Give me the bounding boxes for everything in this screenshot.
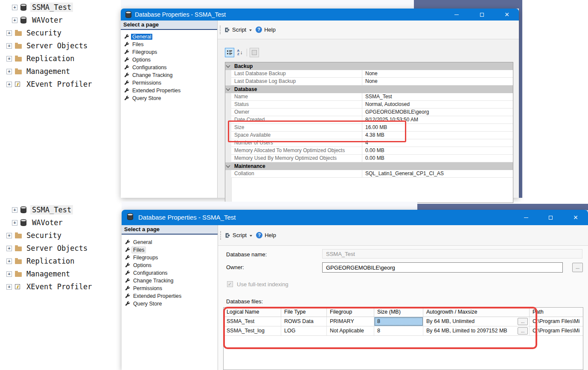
property-value[interactable]: None — [362, 78, 513, 85]
property-value[interactable]: 8/12/2025 10:53:50 AM — [362, 116, 513, 123]
expand-plus-icon[interactable]: + — [12, 18, 17, 23]
column-header-size-mb-[interactable]: Size (MB) — [374, 308, 423, 317]
script-button[interactable]: Script — [232, 26, 246, 33]
property-value[interactable]: 0.00 MB — [362, 155, 513, 162]
page-item-extended-properties[interactable]: Extended Properties — [121, 87, 217, 94]
collapse-chevron-icon[interactable] — [226, 164, 230, 168]
cell-autogrowth[interactable]: By 64 MB, Unlimited... — [423, 317, 530, 326]
page-item-change-tracking[interactable]: Change Tracking — [121, 71, 217, 79]
script-dropdown-caret-icon[interactable] — [250, 235, 252, 237]
cell-filegroup[interactable]: Not Applicable — [327, 326, 374, 335]
property-value[interactable]: 0.00 MB — [362, 147, 513, 154]
tree-item-label[interactable]: Server Objects — [25, 244, 89, 253]
collapse-chevron-icon[interactable] — [226, 87, 230, 91]
alphabetical-sort-button[interactable]: AZ↓ — [235, 48, 245, 57]
expand-plus-icon[interactable]: + — [6, 56, 12, 62]
expand-plus-icon[interactable]: + — [12, 5, 17, 10]
property-name[interactable]: Memory Allocated To Memory Optimized Obj… — [231, 147, 362, 154]
expand-plus-icon[interactable]: + — [6, 30, 12, 36]
property-name[interactable]: Status — [231, 101, 362, 108]
expand-plus-icon[interactable]: + — [6, 246, 12, 251]
tree-item-label[interactable]: Management — [25, 67, 72, 76]
property-value[interactable]: 4 — [362, 139, 513, 147]
page-item-change-tracking[interactable]: Change Tracking — [122, 277, 218, 285]
help-button[interactable]: Help — [265, 232, 276, 238]
maximize-button[interactable] — [474, 9, 489, 21]
help-button[interactable]: Help — [264, 26, 276, 33]
cell-file-type[interactable]: ROWS Data — [281, 317, 327, 326]
property-value[interactable]: GPGEORGEMOBILE\georg — [362, 109, 513, 116]
tree-item-label[interactable]: WAVoter — [30, 15, 64, 25]
tree-item-label[interactable]: Replication — [25, 54, 76, 63]
autogrowth-browse-button[interactable]: ... — [518, 318, 528, 325]
expand-plus-icon[interactable]: + — [6, 284, 12, 290]
minimize-button[interactable] — [519, 210, 533, 225]
page-item-filegroups[interactable]: Filegroups — [121, 48, 217, 56]
autogrowth-browse-button[interactable]: ... — [518, 327, 528, 335]
grid-category-backup[interactable]: Backup — [225, 62, 513, 70]
toolbar-grip-icon[interactable] — [220, 26, 221, 34]
property-name[interactable]: Owner — [231, 109, 362, 116]
collapse-chevron-icon[interactable] — [226, 64, 230, 68]
dialog-titlebar[interactable]: Database Properties - SSMA_Test — [122, 210, 588, 225]
cell-file-type[interactable]: LOG — [281, 326, 327, 335]
script-dropdown-caret-icon[interactable] — [249, 29, 252, 31]
expand-plus-icon[interactable]: + — [6, 43, 12, 49]
column-header-path[interactable]: Path — [530, 308, 583, 317]
tree-item-label[interactable]: Replication — [25, 256, 76, 266]
cell-size-mb[interactable]: 8 — [374, 317, 423, 326]
script-button[interactable]: Script — [233, 232, 247, 238]
property-name[interactable]: Name — [231, 93, 362, 100]
cell-path[interactable]: C:\Program Files\Mi — [530, 326, 583, 335]
tree-item-label[interactable]: Management — [25, 269, 72, 279]
close-button[interactable] — [568, 210, 583, 225]
page-item-permissions[interactable]: Permissions — [121, 79, 217, 87]
property-name[interactable]: Last Database Log Backup — [231, 78, 362, 85]
column-header-autogrowth-maxsize[interactable]: Autogrowth / Maxsize — [423, 308, 530, 317]
minimize-button[interactable] — [449, 9, 464, 21]
expand-plus-icon[interactable]: + — [12, 220, 17, 226]
tree-item-label[interactable]: XEvent Profiler — [25, 79, 94, 89]
page-item-files[interactable]: Files — [122, 246, 218, 254]
property-name[interactable]: Size — [231, 124, 362, 131]
page-item-filegroups[interactable]: Filegroups — [122, 254, 218, 261]
expand-plus-icon[interactable]: + — [6, 271, 12, 277]
page-item-extended-properties[interactable]: Extended Properties — [122, 292, 218, 300]
page-item-query-store[interactable]: Query Store — [122, 300, 218, 308]
page-item-configurations[interactable]: Configurations — [121, 64, 217, 71]
tree-item-label[interactable]: Server Objects — [25, 41, 89, 50]
owner-field[interactable]: GPGEORGEMOBILE\georg — [322, 262, 563, 273]
close-button[interactable] — [500, 9, 514, 21]
cell-logical-name[interactable]: SSMA_Test — [224, 317, 281, 326]
page-item-options[interactable]: Options — [121, 56, 217, 64]
tree-item-label[interactable]: XEvent Profiler — [25, 282, 94, 291]
page-item-general[interactable]: General — [122, 238, 218, 246]
expand-plus-icon[interactable]: + — [6, 82, 12, 87]
owner-browse-button[interactable]: ... — [572, 263, 583, 272]
cell-filegroup[interactable]: PRIMARY — [327, 317, 374, 326]
page-item-query-store[interactable]: Query Store — [121, 94, 217, 102]
categorized-view-button[interactable] — [225, 48, 234, 57]
cell-path[interactable]: C:\Program Files\Mi — [530, 317, 583, 326]
property-name[interactable]: Memory Used By Memory Optimized Objects — [231, 155, 362, 162]
page-item-permissions[interactable]: Permissions — [122, 285, 218, 292]
expand-plus-icon[interactable]: + — [6, 69, 12, 74]
property-name[interactable]: Number of Users — [231, 139, 362, 147]
tree-item-label[interactable]: SSMA_Test — [30, 205, 73, 214]
property-value[interactable]: Normal, Autoclosed — [362, 101, 513, 108]
tree-item-label[interactable]: WAVoter — [30, 218, 64, 227]
property-name[interactable]: Last Database Backup — [231, 70, 362, 77]
page-item-general[interactable]: General — [121, 33, 217, 41]
expand-plus-icon[interactable]: + — [6, 233, 12, 238]
property-value[interactable]: None — [362, 70, 513, 77]
property-value[interactable]: SSMA_Test — [362, 93, 513, 100]
cell-size-mb[interactable]: 8 — [374, 326, 423, 335]
cell-logical-name[interactable]: SSMA_Test_log — [224, 326, 281, 335]
maximize-button[interactable] — [543, 210, 558, 225]
property-value[interactable]: 4.38 MB — [362, 132, 513, 139]
column-header-logical-name[interactable]: Logical Name — [224, 308, 281, 317]
property-name[interactable]: Collation — [231, 170, 362, 177]
cell-autogrowth[interactable]: By 64 MB, Limited to 2097152 MB... — [423, 326, 530, 335]
page-item-configurations[interactable]: Configurations — [122, 269, 218, 277]
expand-plus-icon[interactable]: + — [12, 207, 17, 213]
